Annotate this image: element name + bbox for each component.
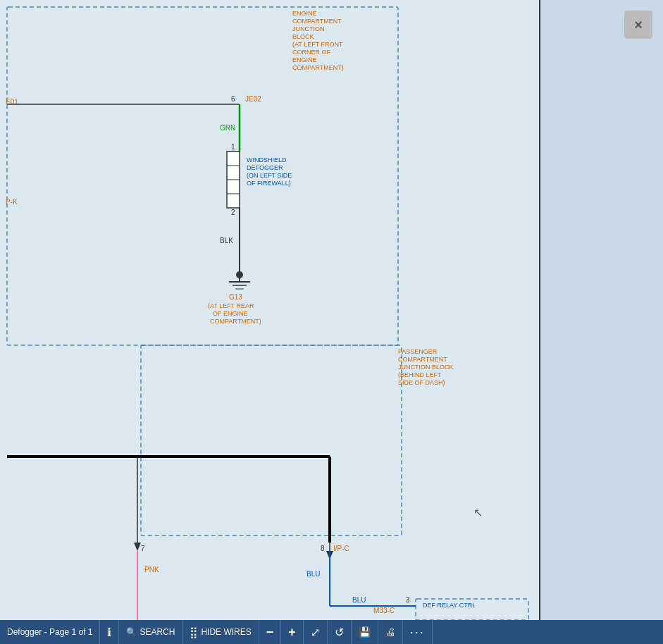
svg-text:(ON LEFT SIDE: (ON LEFT SIDE bbox=[247, 172, 292, 179]
more-icon: ··· bbox=[410, 625, 425, 640]
search-button[interactable]: 🔍 SEARCH bbox=[119, 620, 182, 644]
rotate-icon: ↺ bbox=[335, 626, 344, 639]
svg-text:PASSENGER: PASSENGER bbox=[398, 348, 438, 355]
svg-text:DEFOGGER: DEFOGGER bbox=[247, 164, 283, 171]
svg-text:(AT LEFT FRONT: (AT LEFT FRONT bbox=[292, 41, 343, 48]
page-info-section: Defogger - Page 1 of 1 bbox=[0, 620, 100, 644]
svg-text:JUNCTION: JUNCTION bbox=[292, 25, 325, 32]
zoom-in-button[interactable]: + bbox=[281, 620, 304, 644]
svg-text:3: 3 bbox=[406, 596, 410, 604]
svg-rect-1 bbox=[141, 345, 402, 535]
svg-text:WINDSHIELD: WINDSHIELD bbox=[247, 156, 287, 163]
svg-text:COMPARTMENT): COMPARTMENT) bbox=[292, 64, 344, 71]
svg-text:I/P-C: I/P-C bbox=[333, 545, 349, 552]
svg-text:6: 6 bbox=[231, 95, 235, 103]
right-panel: × bbox=[539, 0, 663, 620]
diagram-area: P-K E01 ENGINE COMPARTMENT JUNCTION BLOC… bbox=[0, 0, 539, 620]
hide-wires-label: HIDE WIRES bbox=[201, 627, 251, 637]
hide-wires-icon: ⣿ bbox=[190, 626, 198, 639]
svg-text:COMPARTMENT: COMPARTMENT bbox=[292, 18, 342, 25]
svg-text:JUNCTION BLOCK: JUNCTION BLOCK bbox=[398, 364, 454, 371]
svg-text:BLU: BLU bbox=[352, 596, 366, 604]
hide-wires-button[interactable]: ⣿ HIDE WIRES bbox=[182, 620, 259, 644]
svg-text:SIDE OF DASH): SIDE OF DASH) bbox=[398, 379, 445, 386]
svg-text:BLK: BLK bbox=[220, 237, 233, 244]
svg-text:ENGINE: ENGINE bbox=[292, 56, 317, 63]
svg-rect-0 bbox=[7, 7, 398, 345]
svg-text:BLU: BLU bbox=[306, 570, 320, 578]
more-button[interactable]: ··· bbox=[403, 620, 433, 644]
save-button[interactable]: 💾 bbox=[352, 620, 378, 644]
info-icon: ℹ bbox=[107, 626, 111, 639]
svg-text:M33-C: M33-C bbox=[373, 607, 395, 614]
svg-text:ENGINE: ENGINE bbox=[292, 10, 317, 17]
zoom-in-icon: + bbox=[288, 625, 296, 640]
svg-text:CORNER OF: CORNER OF bbox=[292, 49, 331, 56]
close-button[interactable]: × bbox=[624, 11, 652, 39]
svg-text:G13: G13 bbox=[229, 293, 242, 301]
svg-text:JE02: JE02 bbox=[245, 95, 261, 103]
svg-text:BLOCK: BLOCK bbox=[292, 33, 314, 40]
svg-text:OF ENGINE: OF ENGINE bbox=[213, 310, 248, 317]
svg-text:COMPARTMENT: COMPARTMENT bbox=[398, 356, 447, 363]
svg-text:7: 7 bbox=[141, 545, 145, 552]
svg-text:(BEHIND LEFT: (BEHIND LEFT bbox=[398, 371, 442, 378]
zoom-out-button[interactable]: − bbox=[259, 620, 282, 644]
svg-text:COMPARTMENT): COMPARTMENT) bbox=[210, 318, 261, 325]
page-info-text: Defogger - Page 1 of 1 bbox=[7, 627, 92, 637]
svg-text:GRN: GRN bbox=[220, 124, 235, 132]
zoom-out-icon: − bbox=[266, 625, 274, 640]
bottom-toolbar: Defogger - Page 1 of 1 ℹ 🔍 SEARCH ⣿ HIDE… bbox=[0, 620, 663, 644]
fit-button[interactable]: ⤢ bbox=[304, 620, 328, 644]
print-button[interactable]: 🖨 bbox=[378, 620, 403, 644]
search-icon: 🔍 bbox=[126, 627, 137, 637]
svg-text:P-K: P-K bbox=[6, 198, 18, 206]
save-icon: 💾 bbox=[359, 626, 371, 638]
print-icon: 🖨 bbox=[385, 626, 395, 638]
svg-text:DEF RELAY CTRL: DEF RELAY CTRL bbox=[423, 602, 476, 609]
svg-text:OF FIREWALL): OF FIREWALL) bbox=[247, 180, 291, 187]
fit-icon: ⤢ bbox=[311, 626, 320, 639]
svg-point-34 bbox=[236, 271, 243, 278]
svg-text:1: 1 bbox=[231, 143, 235, 151]
rotate-button[interactable]: ↺ bbox=[328, 620, 352, 644]
svg-text:2: 2 bbox=[231, 209, 235, 216]
svg-marker-47 bbox=[134, 543, 141, 551]
info-button[interactable]: ℹ bbox=[100, 620, 119, 644]
search-label: SEARCH bbox=[140, 627, 175, 637]
svg-text:PNK: PNK bbox=[144, 566, 159, 574]
svg-text:(AT LEFT REAR: (AT LEFT REAR bbox=[208, 302, 254, 309]
svg-text:8: 8 bbox=[321, 545, 325, 552]
